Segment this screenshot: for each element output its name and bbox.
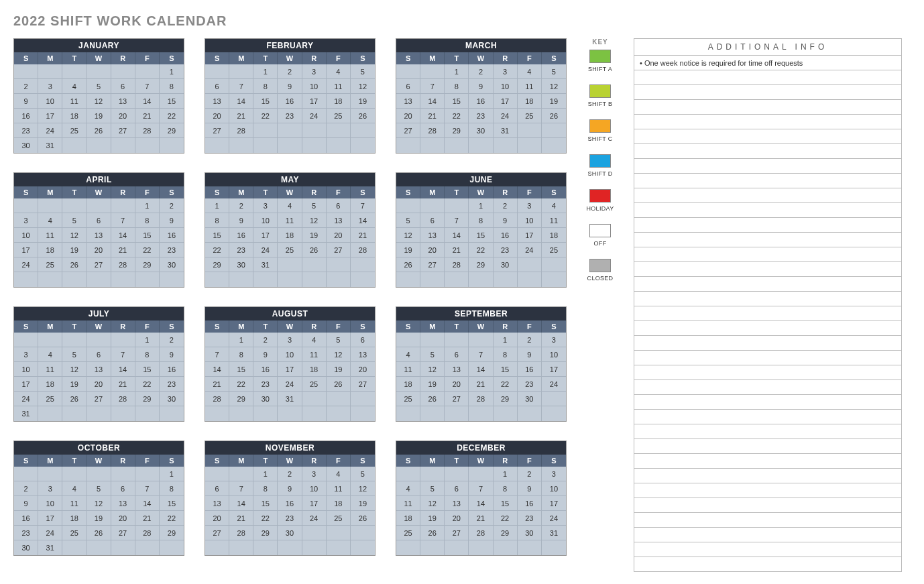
day-cell[interactable] — [62, 467, 86, 481]
day-cell[interactable]: 4 — [396, 481, 420, 496]
day-cell[interactable]: 31 — [278, 392, 302, 406]
day-cell[interactable] — [351, 138, 375, 153]
day-cell[interactable] — [14, 333, 38, 347]
day-cell[interactable]: 13 — [445, 362, 469, 377]
day-cell[interactable]: 12 — [62, 228, 86, 243]
day-cell[interactable]: 4 — [62, 79, 86, 94]
day-cell[interactable]: 20 — [205, 109, 229, 123]
day-cell[interactable] — [278, 138, 302, 153]
day-cell[interactable] — [396, 406, 420, 421]
info-row[interactable] — [634, 203, 901, 218]
day-cell[interactable]: 18 — [62, 109, 86, 123]
day-cell[interactable]: 12 — [62, 362, 86, 377]
day-cell[interactable]: 13 — [86, 362, 111, 377]
info-row[interactable] — [634, 247, 901, 262]
day-cell[interactable] — [542, 392, 566, 406]
day-cell[interactable]: 21 — [469, 377, 493, 392]
day-cell[interactable]: 3 — [518, 198, 542, 213]
day-cell[interactable]: 3 — [14, 213, 38, 228]
day-cell[interactable]: 12 — [86, 94, 111, 109]
day-cell[interactable] — [302, 138, 327, 153]
day-cell[interactable] — [445, 272, 469, 287]
day-cell[interactable] — [111, 540, 135, 555]
day-cell[interactable] — [469, 540, 493, 555]
day-cell[interactable]: 20 — [86, 243, 111, 257]
day-cell[interactable]: 25 — [327, 511, 351, 526]
info-row[interactable] — [634, 292, 901, 306]
day-cell[interactable] — [229, 406, 253, 421]
day-cell[interactable]: 22 — [494, 511, 518, 526]
day-cell[interactable]: 19 — [420, 377, 445, 392]
day-cell[interactable]: 8 — [135, 213, 160, 228]
day-cell[interactable]: 25 — [38, 257, 62, 272]
day-cell[interactable]: 11 — [327, 79, 351, 94]
day-cell[interactable]: 14 — [205, 362, 229, 377]
day-cell[interactable]: 18 — [62, 511, 86, 526]
day-cell[interactable]: 30 — [160, 392, 184, 406]
day-cell[interactable]: 17 — [14, 243, 38, 257]
day-cell[interactable]: 24 — [14, 392, 38, 406]
day-cell[interactable]: 25 — [278, 243, 302, 257]
day-cell[interactable]: 1 — [135, 198, 160, 213]
info-row[interactable] — [634, 100, 901, 115]
day-cell[interactable] — [135, 540, 160, 555]
day-cell[interactable]: 4 — [327, 64, 351, 79]
day-cell[interactable]: 20 — [396, 109, 420, 123]
day-cell[interactable]: 27 — [205, 526, 229, 540]
day-cell[interactable] — [420, 467, 445, 481]
day-cell[interactable]: 26 — [327, 377, 351, 392]
day-cell[interactable]: 3 — [542, 333, 566, 347]
day-cell[interactable]: 15 — [135, 362, 160, 377]
day-cell[interactable]: 29 — [135, 257, 160, 272]
day-cell[interactable]: 9 — [229, 213, 253, 228]
day-cell[interactable]: 23 — [518, 377, 542, 392]
day-cell[interactable] — [253, 540, 278, 555]
day-cell[interactable] — [445, 467, 469, 481]
day-cell[interactable]: 12 — [351, 79, 375, 94]
day-cell[interactable]: 16 — [278, 496, 302, 511]
day-cell[interactable]: 6 — [445, 347, 469, 362]
day-cell[interactable]: 26 — [351, 109, 375, 123]
day-cell[interactable]: 8 — [205, 213, 229, 228]
day-cell[interactable] — [351, 406, 375, 421]
day-cell[interactable] — [327, 392, 351, 406]
day-cell[interactable]: 30 — [14, 138, 38, 153]
day-cell[interactable]: 6 — [445, 481, 469, 496]
day-cell[interactable]: 26 — [420, 392, 445, 406]
day-cell[interactable]: 18 — [38, 377, 62, 392]
day-cell[interactable]: 15 — [160, 94, 184, 109]
day-cell[interactable] — [351, 540, 375, 555]
info-row[interactable] — [634, 410, 901, 424]
day-cell[interactable]: 19 — [302, 228, 327, 243]
day-cell[interactable] — [62, 198, 86, 213]
day-cell[interactable]: 17 — [14, 377, 38, 392]
day-cell[interactable]: 16 — [494, 228, 518, 243]
day-cell[interactable]: 27 — [86, 257, 111, 272]
day-cell[interactable]: 22 — [229, 377, 253, 392]
day-cell[interactable]: 6 — [111, 481, 135, 496]
day-cell[interactable]: 4 — [278, 198, 302, 213]
day-cell[interactable]: 2 — [160, 333, 184, 347]
day-cell[interactable]: 18 — [327, 94, 351, 109]
day-cell[interactable]: 4 — [327, 467, 351, 481]
day-cell[interactable]: 5 — [420, 347, 445, 362]
day-cell[interactable]: 28 — [135, 123, 160, 138]
day-cell[interactable]: 8 — [445, 79, 469, 94]
day-cell[interactable] — [420, 198, 445, 213]
day-cell[interactable] — [253, 138, 278, 153]
day-cell[interactable]: 16 — [518, 496, 542, 511]
day-cell[interactable]: 8 — [469, 213, 493, 228]
day-cell[interactable] — [111, 467, 135, 481]
day-cell[interactable]: 25 — [38, 392, 62, 406]
day-cell[interactable]: 11 — [327, 481, 351, 496]
day-cell[interactable]: 10 — [14, 362, 38, 377]
info-row[interactable] — [634, 188, 901, 203]
day-cell[interactable]: 5 — [420, 481, 445, 496]
day-cell[interactable] — [229, 272, 253, 287]
day-cell[interactable] — [494, 138, 518, 153]
day-cell[interactable]: 22 — [135, 377, 160, 392]
day-cell[interactable]: 4 — [38, 213, 62, 228]
day-cell[interactable]: 28 — [469, 526, 493, 540]
day-cell[interactable]: 11 — [302, 347, 327, 362]
day-cell[interactable]: 11 — [38, 362, 62, 377]
